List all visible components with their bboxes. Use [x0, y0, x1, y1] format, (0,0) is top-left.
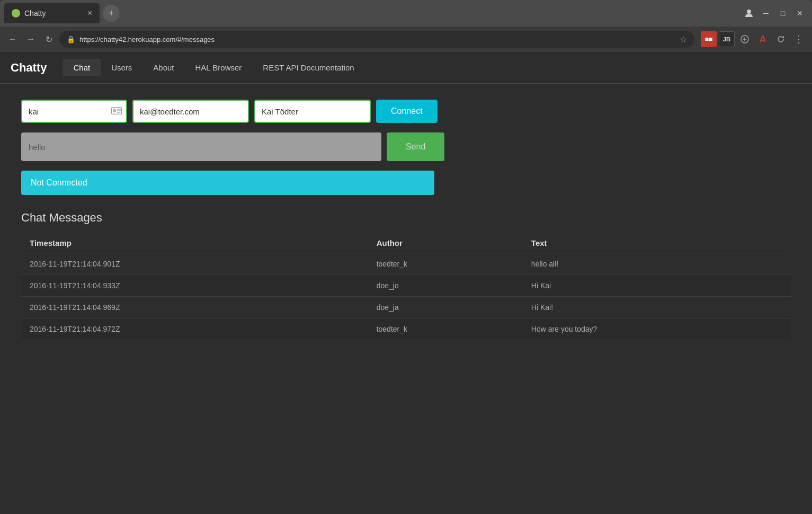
- bookmark-icon[interactable]: ☆: [680, 34, 687, 45]
- tab-title: Chatty: [24, 9, 83, 17]
- chat-messages-title: Chat Messages: [21, 211, 791, 225]
- connect-form: Connect: [21, 100, 791, 123]
- cell-author: toedter_k: [368, 253, 523, 275]
- nav-link-rest-api[interactable]: REST API Documentation: [252, 59, 364, 76]
- table-row: 2016-11-19T21:14:04.933Z doe_jo Hi Kai: [21, 275, 791, 297]
- app-area: Chatty Chat Users About HAL Browser REST…: [0, 52, 812, 514]
- chat-section: Chat Messages Timestamp Author Text 2016…: [21, 211, 791, 340]
- main-content: Connect Send Not Connected Chat Messages…: [0, 84, 812, 514]
- cell-text: Hi Kai: [523, 275, 791, 297]
- extension2-icon[interactable]: JB: [719, 31, 735, 47]
- extension1-icon[interactable]: ■■: [701, 31, 717, 47]
- cell-timestamp: 2016-11-19T21:14:04.969Z: [21, 297, 368, 318]
- nav-links: Chat Users About HAL Browser REST API Do…: [63, 59, 364, 76]
- new-tab-button[interactable]: +: [103, 5, 120, 22]
- col-text: Text: [523, 233, 791, 253]
- nav-link-chat[interactable]: Chat: [63, 59, 101, 76]
- address-bar-row: ← → ↻ 🔒 https://chatty42.herokuapp.com/#…: [0, 26, 812, 52]
- messages-table: Timestamp Author Text 2016-11-19T21:14:0…: [21, 233, 791, 340]
- message-input[interactable]: [21, 132, 381, 161]
- status-text: Not Connected: [31, 178, 87, 187]
- table-row: 2016-11-19T21:14:04.901Z toedter_k hello…: [21, 253, 791, 275]
- svg-point-0: [747, 10, 751, 14]
- nav-link-users[interactable]: Users: [101, 59, 142, 76]
- reload-button[interactable]: ↻: [41, 32, 56, 47]
- message-form: Send: [21, 132, 791, 161]
- fullname-input[interactable]: [254, 100, 371, 123]
- nav-link-hal-browser[interactable]: HAL Browser: [185, 59, 253, 76]
- title-bar: Chatty × + ─ □ ✕: [0, 0, 812, 26]
- nav-bar: Chatty Chat Users About HAL Browser REST…: [0, 52, 812, 84]
- lock-icon: 🔒: [67, 36, 75, 43]
- tab-favicon: [12, 9, 20, 17]
- minimize-button[interactable]: ─: [758, 5, 774, 21]
- window-controls: ─ □ ✕: [741, 5, 808, 21]
- status-bar: Not Connected: [21, 171, 434, 195]
- cell-author: toedter_k: [368, 318, 523, 340]
- connect-button[interactable]: Connect: [376, 100, 438, 123]
- forward-button[interactable]: →: [23, 32, 38, 47]
- cell-timestamp: 2016-11-19T21:14:04.972Z: [21, 318, 368, 340]
- browser-menu-button[interactable]: ⋮: [791, 31, 807, 47]
- close-button[interactable]: ✕: [792, 5, 808, 21]
- cell-text: Hi Kai!: [523, 297, 791, 318]
- browser-window: Chatty × + ─ □ ✕ ← → ↻ 🔒 https://chatty4…: [0, 0, 812, 514]
- email-input[interactable]: [132, 100, 249, 123]
- profile-icon[interactable]: [741, 5, 757, 21]
- cell-author: doe_jo: [368, 275, 523, 297]
- refresh-icon[interactable]: [773, 31, 789, 47]
- cell-text: hello all!: [523, 253, 791, 275]
- table-row: 2016-11-19T21:14:04.972Z toedter_k How a…: [21, 318, 791, 340]
- tab-close-button[interactable]: ×: [87, 9, 92, 17]
- back-button[interactable]: ←: [5, 32, 20, 47]
- maximize-button[interactable]: □: [775, 5, 791, 21]
- cell-author: doe_ja: [368, 297, 523, 318]
- extension3-icon[interactable]: [737, 31, 753, 47]
- font-size-icon[interactable]: A: [755, 31, 771, 47]
- col-author: Author: [368, 233, 523, 253]
- send-button[interactable]: Send: [387, 132, 444, 161]
- col-timestamp: Timestamp: [21, 233, 368, 253]
- table-header-row: Timestamp Author Text: [21, 233, 791, 253]
- id-card-icon: [111, 107, 122, 116]
- toolbar-icons: ■■ JB A ⋮: [701, 31, 807, 47]
- url-text: https://chatty42.herokuapp.com/#/message…: [79, 36, 675, 43]
- cell-timestamp: 2016-11-19T21:14:04.901Z: [21, 253, 368, 275]
- nav-link-about[interactable]: About: [142, 59, 184, 76]
- table-row: 2016-11-19T21:14:04.969Z doe_ja Hi Kai!: [21, 297, 791, 318]
- address-bar[interactable]: 🔒 https://chatty42.herokuapp.com/#/messa…: [59, 31, 694, 48]
- app-brand: Chatty: [11, 61, 47, 75]
- svg-point-3: [113, 109, 116, 112]
- cell-text: How are you today?: [523, 318, 791, 340]
- browser-tab[interactable]: Chatty ×: [4, 3, 100, 23]
- cell-timestamp: 2016-11-19T21:14:04.933Z: [21, 275, 368, 297]
